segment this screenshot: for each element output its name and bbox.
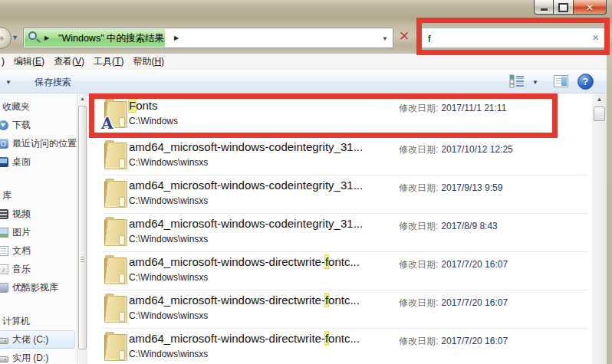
command-toolbar: ▼ 保存搜索 ▼ ? — [0, 70, 607, 93]
maximize-button[interactable] — [553, 0, 574, 15]
explorer-window: ✕ ➔ ▼ ▶ "Windows" 中的搜索结果 ▶ ▼ ✕ × ) 编辑(E)… — [0, 0, 612, 364]
music-icon: ♪ — [0, 264, 8, 274]
file-row[interactable]: amd64_microsoft-windows-directwrite-font… — [87, 290, 592, 328]
menu-file-fragment[interactable]: ) — [2, 56, 5, 67]
sidebar-item-youku-library[interactable]: 优酷影视库 — [0, 278, 77, 297]
preview-pane-icon — [556, 78, 561, 85]
breadcrumb[interactable]: "Windows" 中的搜索结果 — [58, 32, 164, 45]
sidebar-item-recent-places[interactable]: 最近访问的位置 — [0, 134, 77, 152]
file-date: 修改日期:2017/7/20 16:07 — [399, 335, 508, 348]
organize-dropdown-icon[interactable]: ▼ — [5, 79, 12, 86]
file-path: C:\Windows\winsxs — [129, 157, 208, 168]
file-row[interactable]: amd64_microsoft-windows-directwrite-font… — [87, 251, 592, 290]
close-button[interactable]: ✕ — [573, 0, 607, 15]
file-path: C:\Windows\winsxs — [129, 272, 208, 283]
youku-library-icon — [0, 283, 8, 293]
stop-search-button[interactable]: ✕ — [399, 30, 410, 43]
file-date: 修改日期:2017/8/9 8:43 — [399, 220, 498, 233]
address-bar[interactable]: ▶ "Windows" 中的搜索结果 ▶ ▼ — [23, 28, 393, 48]
folder-icon — [104, 141, 127, 169]
scrollbar-thumb[interactable] — [78, 106, 87, 349]
file-path: C:\Windows\winsxs — [129, 310, 208, 321]
scrollbar-grip — [81, 257, 84, 263]
desktop-icon — [0, 157, 8, 167]
file-list-scrollbar[interactable]: ▲ — [592, 93, 607, 364]
folder-icon — [104, 218, 127, 246]
sidebar-header-favorites[interactable]: 收藏夹 — [0, 97, 77, 116]
folder-icon — [104, 294, 127, 323]
sidebar-header-computer[interactable]: 计算机 — [0, 312, 77, 330]
forward-button[interactable]: ➔ — [0, 27, 12, 49]
scroll-up-icon[interactable]: ▲ — [77, 96, 87, 101]
file-row[interactable]: amd64_microsoft-windows-codeintegrity_31… — [87, 175, 592, 213]
sidebar-item-videos[interactable]: 视频 — [0, 205, 77, 223]
menu-edit[interactable]: 编辑(E) — [14, 55, 44, 68]
navigation-pane-scrollbar[interactable]: ▲ — [77, 93, 87, 364]
forward-icon: ➔ — [0, 33, 5, 44]
file-name: amd64_microsoft-windows-directwrite-font… — [129, 332, 360, 345]
file-date: 修改日期:2017/10/12 12:25 — [399, 143, 513, 156]
sidebar-item-pictures[interactable]: 图片 — [0, 223, 77, 241]
pictures-icon — [0, 228, 8, 238]
annotation-box-search — [416, 18, 610, 55]
menu-bar: ) 编辑(E) 查看(V) 工具(T) 帮助(H) — [0, 54, 607, 70]
window-controls: ✕ — [534, 0, 607, 15]
history-dropdown-icon[interactable]: ▼ — [12, 34, 18, 41]
sidebar-header-libraries[interactable]: 库 — [0, 186, 77, 205]
maximize-icon — [558, 3, 568, 12]
breadcrumb-arrow-icon[interactable]: ▶ — [44, 34, 49, 41]
sidebar-item-documents[interactable]: 文档 — [0, 241, 77, 260]
search-icon — [28, 31, 37, 40]
menu-tools[interactable]: 工具(T) — [94, 55, 123, 68]
file-path: C:\Windows\winsxs — [129, 349, 208, 359]
minimize-button[interactable] — [534, 0, 554, 15]
folder-icon — [104, 256, 127, 284]
drive-icon — [0, 338, 8, 344]
file-path: C:\Windows\winsxs — [129, 195, 208, 206]
videos-icon — [0, 209, 8, 219]
scrollbar-thumb[interactable] — [594, 107, 605, 121]
file-name: amd64_microsoft-windows-codeintegrity_31… — [129, 217, 363, 230]
folder-icon — [104, 333, 127, 361]
help-icon: ? — [583, 77, 588, 87]
file-row[interactable]: amd64_microsoft-windows-codeintegrity_31… — [87, 136, 592, 175]
minimize-icon — [541, 8, 548, 11]
file-date: 修改日期:2017/9/13 9:59 — [399, 182, 502, 195]
sidebar-item-desktop[interactable]: 桌面 — [0, 152, 77, 171]
close-icon: ✕ — [586, 2, 594, 13]
views-dropdown-icon[interactable]: ▼ — [532, 79, 538, 86]
sidebar-section-libraries: 库 视频 图片 文档 ♪音乐 优酷影视库 — [0, 186, 77, 297]
help-button[interactable]: ? — [577, 74, 594, 90]
file-name: amd64_microsoft-windows-directwrite-font… — [129, 255, 360, 268]
navigation-pane: 收藏夹 下载 最近访问的位置 桌面 库 视频 图片 文档 ♪音乐 优酷影视库 计… — [0, 93, 77, 364]
documents-icon — [0, 246, 8, 256]
annotation-box-fonts-row — [89, 93, 558, 138]
scroll-up-icon[interactable]: ▲ — [592, 97, 607, 103]
sidebar-section-computer: 计算机 大佬 (C:) 实用 (D:) — [0, 312, 77, 364]
recent-places-icon — [0, 139, 8, 149]
menu-view[interactable]: 查看(V) — [54, 55, 84, 68]
file-name: amd64_microsoft-windows-codeintegrity_31… — [129, 140, 363, 153]
file-row[interactable]: amd64_microsoft-windows-directwrite-font… — [87, 328, 592, 364]
file-date: 修改日期:2017/7/20 16:07 — [399, 297, 508, 310]
menu-help[interactable]: 帮助(H) — [133, 55, 164, 68]
file-path: C:\Windows\winsxs — [129, 234, 208, 244]
file-row[interactable]: amd64_microsoft-windows-codeintegrity_31… — [87, 213, 592, 251]
sidebar-item-downloads[interactable]: 下载 — [0, 116, 77, 134]
sidebar-section-favorites: 收藏夹 下载 最近访问的位置 桌面 — [0, 97, 77, 171]
sidebar-item-drive-c[interactable]: 大佬 (C:) — [0, 330, 75, 349]
breadcrumb-arrow-icon[interactable]: ▶ — [174, 34, 179, 41]
views-button[interactable] — [509, 74, 525, 91]
address-dropdown-icon[interactable]: ▼ — [382, 35, 388, 42]
folder-icon — [104, 179, 127, 208]
preview-pane-button[interactable] — [554, 75, 568, 87]
views-list-icon — [509, 74, 525, 88]
file-name: amd64_microsoft-windows-directwrite-font… — [129, 293, 360, 307]
sidebar-item-music[interactable]: ♪音乐 — [0, 260, 77, 278]
save-search-button[interactable]: 保存搜索 — [35, 76, 71, 89]
file-date: 修改日期:2017/7/20 16:07 — [399, 258, 508, 271]
sidebar-item-drive-d[interactable]: 实用 (D:) — [0, 349, 77, 364]
drive-icon — [0, 356, 8, 362]
download-icon — [0, 120, 8, 130]
file-name: amd64_microsoft-windows-codeintegrity_31… — [129, 179, 363, 192]
